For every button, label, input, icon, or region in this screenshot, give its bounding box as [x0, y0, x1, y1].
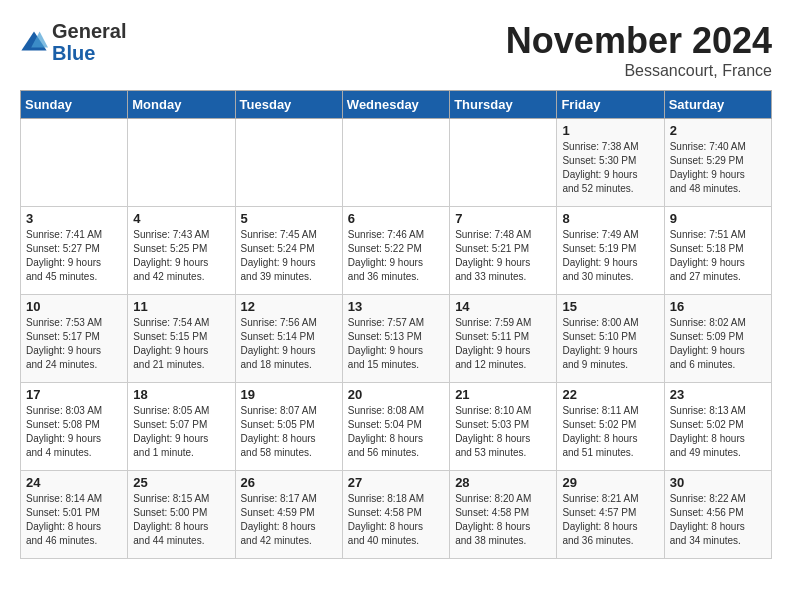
day-info: Sunrise: 8:10 AM Sunset: 5:03 PM Dayligh…	[455, 404, 551, 460]
day-info: Sunrise: 8:13 AM Sunset: 5:02 PM Dayligh…	[670, 404, 766, 460]
calendar-cell: 18Sunrise: 8:05 AM Sunset: 5:07 PM Dayli…	[128, 383, 235, 471]
calendar-cell: 23Sunrise: 8:13 AM Sunset: 5:02 PM Dayli…	[664, 383, 771, 471]
calendar-table: SundayMondayTuesdayWednesdayThursdayFrid…	[20, 90, 772, 559]
day-info: Sunrise: 7:41 AM Sunset: 5:27 PM Dayligh…	[26, 228, 122, 284]
day-info: Sunrise: 8:08 AM Sunset: 5:04 PM Dayligh…	[348, 404, 444, 460]
logo-icon	[20, 28, 48, 56]
calendar-week-row: 3Sunrise: 7:41 AM Sunset: 5:27 PM Daylig…	[21, 207, 772, 295]
day-number: 16	[670, 299, 766, 314]
day-number: 18	[133, 387, 229, 402]
weekday-header: Wednesday	[342, 91, 449, 119]
calendar-cell: 15Sunrise: 8:00 AM Sunset: 5:10 PM Dayli…	[557, 295, 664, 383]
day-info: Sunrise: 7:38 AM Sunset: 5:30 PM Dayligh…	[562, 140, 658, 196]
header-row: SundayMondayTuesdayWednesdayThursdayFrid…	[21, 91, 772, 119]
day-number: 14	[455, 299, 551, 314]
day-number: 30	[670, 475, 766, 490]
logo-general-text: General	[52, 20, 126, 42]
title-block: November 2024 Bessancourt, France	[506, 20, 772, 80]
day-info: Sunrise: 7:59 AM Sunset: 5:11 PM Dayligh…	[455, 316, 551, 372]
day-info: Sunrise: 8:17 AM Sunset: 4:59 PM Dayligh…	[241, 492, 337, 548]
day-info: Sunrise: 8:00 AM Sunset: 5:10 PM Dayligh…	[562, 316, 658, 372]
day-info: Sunrise: 7:40 AM Sunset: 5:29 PM Dayligh…	[670, 140, 766, 196]
calendar-cell: 6Sunrise: 7:46 AM Sunset: 5:22 PM Daylig…	[342, 207, 449, 295]
day-info: Sunrise: 8:05 AM Sunset: 5:07 PM Dayligh…	[133, 404, 229, 460]
day-number: 5	[241, 211, 337, 226]
day-number: 24	[26, 475, 122, 490]
calendar-cell: 1Sunrise: 7:38 AM Sunset: 5:30 PM Daylig…	[557, 119, 664, 207]
day-number: 1	[562, 123, 658, 138]
calendar-cell: 11Sunrise: 7:54 AM Sunset: 5:15 PM Dayli…	[128, 295, 235, 383]
calendar-cell: 8Sunrise: 7:49 AM Sunset: 5:19 PM Daylig…	[557, 207, 664, 295]
calendar-cell: 2Sunrise: 7:40 AM Sunset: 5:29 PM Daylig…	[664, 119, 771, 207]
weekday-header: Monday	[128, 91, 235, 119]
day-info: Sunrise: 8:03 AM Sunset: 5:08 PM Dayligh…	[26, 404, 122, 460]
calendar-cell: 12Sunrise: 7:56 AM Sunset: 5:14 PM Dayli…	[235, 295, 342, 383]
calendar-cell: 25Sunrise: 8:15 AM Sunset: 5:00 PM Dayli…	[128, 471, 235, 559]
calendar-week-row: 1Sunrise: 7:38 AM Sunset: 5:30 PM Daylig…	[21, 119, 772, 207]
calendar-header: SundayMondayTuesdayWednesdayThursdayFrid…	[21, 91, 772, 119]
day-number: 29	[562, 475, 658, 490]
day-info: Sunrise: 7:45 AM Sunset: 5:24 PM Dayligh…	[241, 228, 337, 284]
day-number: 10	[26, 299, 122, 314]
day-number: 15	[562, 299, 658, 314]
calendar-week-row: 24Sunrise: 8:14 AM Sunset: 5:01 PM Dayli…	[21, 471, 772, 559]
day-number: 27	[348, 475, 444, 490]
weekday-header: Sunday	[21, 91, 128, 119]
day-info: Sunrise: 7:43 AM Sunset: 5:25 PM Dayligh…	[133, 228, 229, 284]
month-title: November 2024	[506, 20, 772, 62]
day-info: Sunrise: 8:15 AM Sunset: 5:00 PM Dayligh…	[133, 492, 229, 548]
day-number: 7	[455, 211, 551, 226]
day-number: 12	[241, 299, 337, 314]
day-info: Sunrise: 8:07 AM Sunset: 5:05 PM Dayligh…	[241, 404, 337, 460]
day-info: Sunrise: 7:46 AM Sunset: 5:22 PM Dayligh…	[348, 228, 444, 284]
calendar-cell: 29Sunrise: 8:21 AM Sunset: 4:57 PM Dayli…	[557, 471, 664, 559]
day-number: 25	[133, 475, 229, 490]
day-info: Sunrise: 8:22 AM Sunset: 4:56 PM Dayligh…	[670, 492, 766, 548]
logo: General Blue	[20, 20, 126, 64]
day-info: Sunrise: 7:53 AM Sunset: 5:17 PM Dayligh…	[26, 316, 122, 372]
day-info: Sunrise: 8:20 AM Sunset: 4:58 PM Dayligh…	[455, 492, 551, 548]
calendar-cell: 19Sunrise: 8:07 AM Sunset: 5:05 PM Dayli…	[235, 383, 342, 471]
calendar-cell: 20Sunrise: 8:08 AM Sunset: 5:04 PM Dayli…	[342, 383, 449, 471]
day-info: Sunrise: 8:21 AM Sunset: 4:57 PM Dayligh…	[562, 492, 658, 548]
calendar-week-row: 17Sunrise: 8:03 AM Sunset: 5:08 PM Dayli…	[21, 383, 772, 471]
weekday-header: Thursday	[450, 91, 557, 119]
day-number: 28	[455, 475, 551, 490]
calendar-cell: 9Sunrise: 7:51 AM Sunset: 5:18 PM Daylig…	[664, 207, 771, 295]
day-info: Sunrise: 7:56 AM Sunset: 5:14 PM Dayligh…	[241, 316, 337, 372]
day-info: Sunrise: 8:18 AM Sunset: 4:58 PM Dayligh…	[348, 492, 444, 548]
calendar-cell: 7Sunrise: 7:48 AM Sunset: 5:21 PM Daylig…	[450, 207, 557, 295]
day-number: 26	[241, 475, 337, 490]
calendar-cell	[342, 119, 449, 207]
day-number: 22	[562, 387, 658, 402]
calendar-cell	[21, 119, 128, 207]
location: Bessancourt, France	[506, 62, 772, 80]
calendar-week-row: 10Sunrise: 7:53 AM Sunset: 5:17 PM Dayli…	[21, 295, 772, 383]
day-number: 9	[670, 211, 766, 226]
calendar-cell: 10Sunrise: 7:53 AM Sunset: 5:17 PM Dayli…	[21, 295, 128, 383]
day-info: Sunrise: 7:57 AM Sunset: 5:13 PM Dayligh…	[348, 316, 444, 372]
calendar-cell: 4Sunrise: 7:43 AM Sunset: 5:25 PM Daylig…	[128, 207, 235, 295]
calendar-cell: 3Sunrise: 7:41 AM Sunset: 5:27 PM Daylig…	[21, 207, 128, 295]
day-number: 13	[348, 299, 444, 314]
day-info: Sunrise: 8:02 AM Sunset: 5:09 PM Dayligh…	[670, 316, 766, 372]
day-number: 20	[348, 387, 444, 402]
day-number: 21	[455, 387, 551, 402]
calendar-cell	[128, 119, 235, 207]
day-info: Sunrise: 8:11 AM Sunset: 5:02 PM Dayligh…	[562, 404, 658, 460]
day-number: 2	[670, 123, 766, 138]
day-number: 17	[26, 387, 122, 402]
calendar-cell: 22Sunrise: 8:11 AM Sunset: 5:02 PM Dayli…	[557, 383, 664, 471]
calendar-body: 1Sunrise: 7:38 AM Sunset: 5:30 PM Daylig…	[21, 119, 772, 559]
calendar-cell: 21Sunrise: 8:10 AM Sunset: 5:03 PM Dayli…	[450, 383, 557, 471]
day-number: 8	[562, 211, 658, 226]
weekday-header: Tuesday	[235, 91, 342, 119]
day-number: 23	[670, 387, 766, 402]
day-info: Sunrise: 8:14 AM Sunset: 5:01 PM Dayligh…	[26, 492, 122, 548]
calendar-cell: 26Sunrise: 8:17 AM Sunset: 4:59 PM Dayli…	[235, 471, 342, 559]
day-number: 4	[133, 211, 229, 226]
calendar-cell: 16Sunrise: 8:02 AM Sunset: 5:09 PM Dayli…	[664, 295, 771, 383]
calendar-cell: 13Sunrise: 7:57 AM Sunset: 5:13 PM Dayli…	[342, 295, 449, 383]
day-number: 11	[133, 299, 229, 314]
calendar-cell: 27Sunrise: 8:18 AM Sunset: 4:58 PM Dayli…	[342, 471, 449, 559]
